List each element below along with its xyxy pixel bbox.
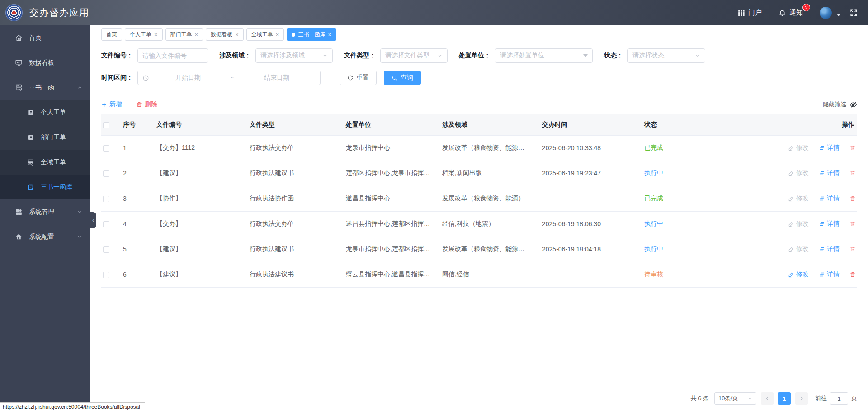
close-icon[interactable]: ×: [328, 32, 331, 38]
delete-label: 删除: [145, 100, 157, 109]
sidebar-item-system-management[interactable]: 系统管理: [0, 199, 90, 224]
tab-home[interactable]: 首页: [101, 28, 122, 41]
tab-three-books-library[interactable]: 三书一函库 ×: [287, 28, 336, 41]
cell-time: 2025-06-19 18:04:18: [538, 237, 641, 262]
detail-button[interactable]: 详情: [819, 194, 840, 203]
cell-file-type: 行政执法交办单: [246, 135, 342, 161]
reset-button[interactable]: 重置: [340, 71, 377, 85]
status-select[interactable]: 请选择状态: [627, 48, 705, 63]
sidebar-item-label: 部门工单: [41, 133, 66, 142]
detail-button[interactable]: 详情: [819, 144, 840, 152]
bell-icon: [778, 9, 786, 17]
date-range-picker[interactable]: 开始日期 ~ 结束日期: [137, 71, 321, 85]
sidebar-item-home[interactable]: 首页: [0, 25, 90, 50]
filter-time-range: 时间区间： 开始日期 ~ 结束日期: [101, 71, 321, 85]
detail-button[interactable]: 详情: [819, 245, 840, 253]
delete-row-button[interactable]: 删除: [849, 144, 857, 152]
sidebar-item-three-books-library[interactable]: 三书一函库: [0, 175, 90, 199]
sidebar-item-personal-orders[interactable]: 个人工单: [0, 100, 90, 125]
close-icon[interactable]: ×: [195, 32, 198, 38]
cell-unit: 龙泉市指挥中心: [342, 135, 439, 161]
portal-label: 门户: [748, 9, 762, 17]
add-button[interactable]: 新增: [101, 100, 122, 109]
sidebar-item-three-books[interactable]: 三书一函: [0, 75, 90, 100]
edit-button[interactable]: 修改: [788, 144, 809, 152]
edit-button[interactable]: 修改: [788, 270, 809, 279]
filter-label: 状态：: [604, 52, 623, 60]
cell-file-type: 行政执法建议书: [246, 237, 342, 262]
edit-icon: [788, 221, 794, 227]
next-page-button[interactable]: [795, 392, 808, 405]
select-all-checkbox[interactable]: [103, 122, 109, 128]
cell-file-no: 【建议】: [153, 237, 246, 262]
filter-label: 时间区间：: [101, 74, 133, 82]
cell-unit: 龙泉市指挥中心,莲都区指挥…: [342, 237, 439, 262]
cell-field: 档案,新闻出版: [439, 161, 538, 186]
sidebar-item-dashboard[interactable]: 数据看板: [0, 50, 90, 75]
filter-field: 涉及领域： 请选择涉及领域: [219, 48, 333, 63]
search-icon: [392, 75, 398, 81]
blocks-icon: [15, 208, 23, 216]
row-checkbox[interactable]: [103, 272, 109, 278]
page-number-1[interactable]: 1: [778, 392, 791, 405]
edit-button[interactable]: 修改: [788, 220, 809, 228]
unit-select[interactable]: 请选择处置单位: [495, 48, 593, 63]
tab-personal-orders[interactable]: 个人工单 ×: [125, 28, 163, 41]
delete-row-button[interactable]: 删除: [849, 194, 857, 203]
detail-button[interactable]: 详情: [819, 220, 840, 228]
cell-file-no: 【交办】: [153, 211, 246, 237]
row-checkbox[interactable]: [103, 221, 109, 227]
delete-row-button[interactable]: 删除: [849, 245, 857, 253]
fullscreen-icon: [849, 9, 858, 17]
col-seq: 序号: [119, 114, 153, 135]
avatar: [820, 7, 832, 19]
delete-row-button[interactable]: 删除: [849, 220, 857, 228]
search-button[interactable]: 查询: [384, 71, 421, 85]
page-unit-label: 页: [851, 394, 857, 403]
sidebar-item-department-orders[interactable]: 部门工单: [0, 125, 90, 150]
row-checkbox[interactable]: [103, 246, 109, 253]
delete-button[interactable]: 删除: [136, 100, 157, 109]
notebook-icon: [27, 109, 34, 116]
cell-time: [538, 262, 641, 287]
delete-row-button[interactable]: 删除: [849, 169, 857, 177]
end-date-placeholder: 结束日期: [238, 74, 316, 82]
sidebar-item-global-orders[interactable]: 全域工单: [0, 150, 90, 175]
detail-button[interactable]: 详情: [819, 169, 840, 177]
edit-button[interactable]: 修改: [788, 245, 809, 253]
col-time: 交办时间: [538, 114, 641, 135]
file-no-input[interactable]: [137, 48, 208, 63]
row-checkbox[interactable]: [103, 145, 109, 152]
notification-button[interactable]: 通知 2: [778, 9, 803, 17]
field-select[interactable]: 请选择涉及领域: [255, 48, 333, 63]
detail-button[interactable]: 详情: [819, 270, 840, 279]
cell-file-no: 【建议】: [153, 161, 246, 186]
edit-button[interactable]: 修改: [788, 169, 809, 177]
row-checkbox[interactable]: [103, 196, 109, 202]
user-avatar-menu[interactable]: [820, 7, 840, 19]
list-icon: [819, 246, 825, 252]
sidebar-item-system-config[interactable]: 系统配置: [0, 224, 90, 249]
row-checkbox[interactable]: [103, 170, 109, 177]
cell-field: 发展改革（粮食物资、能源…: [439, 135, 538, 161]
goto-page-input[interactable]: [830, 392, 848, 405]
hide-filter-button[interactable]: 隐藏筛选: [823, 100, 857, 109]
page-size-select[interactable]: 10条/页: [714, 392, 756, 405]
edit-button[interactable]: 修改: [788, 194, 809, 203]
file-type-select[interactable]: 请选择文件类型: [380, 48, 448, 63]
tab-dashboard[interactable]: 数据看板 ×: [206, 28, 244, 41]
prev-page-button[interactable]: [761, 392, 774, 405]
eye-off-icon: [849, 101, 857, 109]
portal-button[interactable]: 门户: [737, 9, 762, 17]
tab-department-orders[interactable]: 部门工单 ×: [165, 28, 203, 41]
tab-global-orders[interactable]: 全域工单 ×: [246, 28, 284, 41]
close-icon[interactable]: ×: [276, 32, 279, 38]
close-icon[interactable]: ×: [235, 32, 239, 38]
status-badge: 执行中: [644, 245, 663, 252]
cell-unit: 缙云县指挥中心,遂昌县指挥…: [342, 262, 439, 287]
sidebar-item-label: 首页: [29, 34, 42, 42]
fullscreen-button[interactable]: [849, 9, 858, 17]
close-icon[interactable]: ×: [154, 32, 158, 38]
sidebar-collapse-handle[interactable]: ‹: [90, 212, 96, 228]
delete-row-button[interactable]: 删除: [849, 270, 857, 279]
